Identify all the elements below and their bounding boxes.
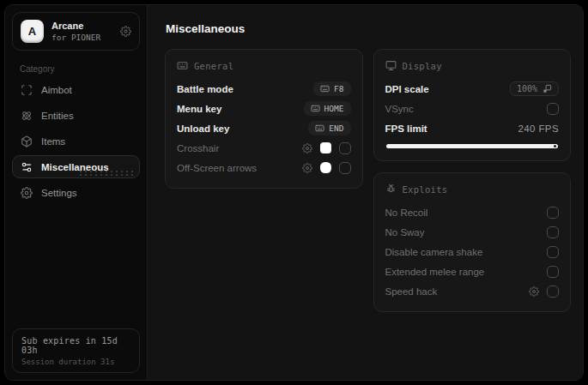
keybind-value: END bbox=[329, 123, 343, 133]
display-panel: Display DPI scale 100% VSync bbox=[373, 49, 572, 161]
bug-icon bbox=[385, 183, 397, 195]
sidebar-item-label: Aimbot bbox=[41, 85, 72, 95]
app-header-card: A Arcane for PIONER bbox=[12, 12, 140, 51]
panel-title: General bbox=[194, 61, 233, 71]
sidebar-item-label: Items bbox=[41, 136, 65, 147]
sidebar-item-label: Entities bbox=[41, 111, 74, 121]
no-sway-row: No Sway bbox=[385, 222, 560, 242]
keybind-value: HOME bbox=[324, 104, 344, 113]
battle-mode-row: Battle mode F8 bbox=[177, 79, 351, 99]
offscreen-arrows-color-swatch[interactable] bbox=[320, 162, 331, 173]
sidebar-nav: Aimbot Entities Items Miscellaneous Sett… bbox=[5, 78, 147, 204]
sidebar-item-label: Miscellaneous bbox=[41, 162, 109, 172]
crosshair-row: Crosshair bbox=[177, 138, 351, 158]
menu-key-row: Menu key HOME bbox=[177, 99, 351, 118]
row-label: Crosshair bbox=[177, 143, 219, 153]
row-label: No Recoil bbox=[385, 208, 428, 218]
sliders-icon bbox=[21, 161, 33, 173]
sidebar-item-aimbot[interactable]: Aimbot bbox=[12, 78, 140, 101]
fps-limit-slider[interactable] bbox=[386, 144, 559, 148]
row-label: Unload key bbox=[177, 123, 229, 134]
box-icon bbox=[21, 135, 33, 147]
row-label: FPS limit bbox=[385, 123, 427, 134]
keybind-value: F8 bbox=[334, 84, 343, 93]
row-label: No Sway bbox=[385, 227, 425, 238]
keyboard-icon bbox=[320, 84, 330, 93]
main-content: Miscellaneous General Battle mode F8 bbox=[148, 5, 583, 380]
atom-icon bbox=[21, 110, 33, 122]
keyboard-icon bbox=[315, 123, 324, 133]
page-title: Miscellaneous bbox=[166, 22, 571, 35]
unload-key-row: Unload key END bbox=[177, 118, 351, 138]
row-label: Menu key bbox=[177, 104, 221, 114]
panel-title: Exploits bbox=[403, 184, 448, 195]
disable-camera-shake-row: Disable camera shake bbox=[385, 242, 560, 262]
extended-melee-range-checkbox[interactable] bbox=[547, 266, 559, 278]
row-label: Extended melee range bbox=[385, 267, 485, 277]
exploits-panel: Exploits No Recoil No Sway Disable camer… bbox=[373, 172, 572, 312]
speed-hack-row: Speed hack bbox=[385, 281, 560, 301]
offscreen-arrows-row: Off-Screen arrows bbox=[177, 158, 351, 177]
disable-camera-shake-checkbox[interactable] bbox=[547, 246, 559, 258]
extended-melee-range-row: Extended melee range bbox=[385, 262, 560, 281]
app-title: Arcane bbox=[52, 21, 100, 33]
speed-hack-checkbox[interactable] bbox=[547, 286, 559, 298]
gear-icon bbox=[21, 187, 33, 199]
session-duration-text: Session duration 31s bbox=[21, 358, 130, 366]
crosshair-color-swatch[interactable] bbox=[320, 142, 331, 153]
dpi-scale-value: 100% bbox=[517, 84, 537, 93]
dpi-scale-select[interactable]: 100% bbox=[510, 81, 559, 96]
row-label: Off-Screen arrows bbox=[177, 163, 257, 173]
fps-limit-value: 240 FPS bbox=[518, 123, 559, 134]
battle-mode-keybind-button[interactable]: F8 bbox=[313, 81, 350, 96]
menu-key-keybind-button[interactable]: HOME bbox=[304, 101, 351, 116]
account-gear-icon[interactable] bbox=[120, 26, 131, 37]
row-label: Speed hack bbox=[385, 286, 438, 297]
app-logo: A bbox=[21, 20, 44, 43]
unload-key-keybind-button[interactable]: END bbox=[308, 121, 350, 135]
offscreen-arrows-settings-gear-icon[interactable] bbox=[302, 163, 312, 173]
no-recoil-checkbox[interactable] bbox=[547, 207, 559, 219]
general-panel: General Battle mode F8 Menu key H bbox=[165, 49, 363, 189]
panel-title: Display bbox=[403, 61, 442, 71]
row-label: VSync bbox=[385, 104, 414, 114]
vsync-checkbox[interactable] bbox=[547, 103, 559, 115]
row-label: Disable camera shake bbox=[385, 247, 483, 257]
app-title-block: Arcane for PIONER bbox=[52, 21, 100, 42]
keyboard-icon bbox=[311, 104, 320, 113]
dpi-scale-row: DPI scale 100% bbox=[385, 79, 560, 99]
offscreen-arrows-checkbox[interactable] bbox=[339, 162, 351, 174]
sidebar-item-settings[interactable]: Settings bbox=[12, 181, 140, 204]
monitor-icon bbox=[385, 60, 397, 71]
app-window: A Arcane for PIONER Category Aimbot Enti… bbox=[4, 4, 584, 381]
crosshair-checkbox[interactable] bbox=[339, 142, 351, 154]
speed-hack-settings-gear-icon[interactable] bbox=[529, 286, 539, 297]
sidebar-item-label: Settings bbox=[41, 188, 77, 198]
category-label: Category bbox=[20, 64, 132, 74]
fps-limit-row: FPS limit 240 FPS bbox=[385, 118, 560, 138]
no-sway-checkbox[interactable] bbox=[547, 226, 559, 238]
sub-expires-text: Sub expires in 15d 03h bbox=[21, 336, 130, 355]
crosshair-settings-gear-icon[interactable] bbox=[302, 143, 312, 153]
sidebar-item-entities[interactable]: Entities bbox=[12, 104, 140, 127]
row-label: DPI scale bbox=[385, 84, 429, 94]
vsync-row: VSync bbox=[385, 99, 560, 118]
sidebar: A Arcane for PIONER Category Aimbot Enti… bbox=[5, 5, 148, 380]
no-recoil-row: No Recoil bbox=[385, 202, 560, 222]
app-subtitle: for PIONER bbox=[52, 33, 100, 42]
sidebar-item-miscellaneous[interactable]: Miscellaneous bbox=[12, 155, 140, 178]
scale-icon bbox=[543, 84, 552, 93]
sidebar-item-items[interactable]: Items bbox=[12, 129, 140, 153]
row-label: Battle mode bbox=[177, 84, 233, 94]
keyboard-icon bbox=[177, 60, 188, 71]
slider-thumb[interactable] bbox=[554, 145, 556, 147]
scan-icon bbox=[21, 84, 33, 96]
subscription-card: Sub expires in 15d 03h Session duration … bbox=[12, 328, 140, 373]
